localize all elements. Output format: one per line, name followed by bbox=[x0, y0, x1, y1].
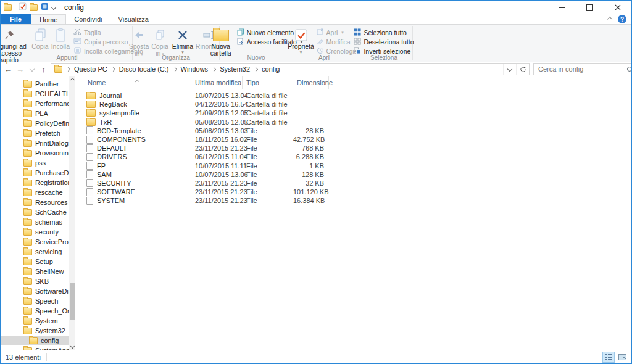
item-name: systemprofile bbox=[99, 109, 139, 117]
sidebar-folder-item[interactable]: Registration bbox=[1, 178, 75, 188]
file-menu-button[interactable]: File bbox=[1, 14, 31, 24]
sidebar-folder-item[interactable]: Speech bbox=[1, 296, 75, 306]
sidebar-folder-item[interactable]: System bbox=[1, 316, 75, 326]
sidebar-folder-item[interactable]: pss bbox=[1, 158, 75, 168]
file-row[interactable]: SYSTEM 23/11/2015 21.23 File 16.384 KB bbox=[84, 196, 631, 205]
select-all-button[interactable]: Seleziona tutto bbox=[351, 28, 416, 37]
item-modified: 06/12/2015 11.04 bbox=[191, 153, 243, 160]
sidebar-folder-item[interactable]: Speech_OneCore bbox=[1, 306, 75, 316]
thumbnails-view-button[interactable] bbox=[616, 352, 628, 363]
details-view-button[interactable] bbox=[602, 352, 615, 363]
sidebar-folder-item[interactable]: Panther bbox=[1, 79, 75, 89]
recent-locations-button[interactable] bbox=[26, 63, 38, 75]
file-row[interactable]: BCD-Template 05/08/2015 13.03 File 28 KB bbox=[84, 126, 631, 135]
sidebar-folder-item[interactable]: PolicyDefinitions bbox=[1, 118, 75, 128]
search-box bbox=[533, 63, 632, 75]
item-modified: 18/11/2015 16.02 bbox=[191, 136, 243, 143]
tab-visualizza[interactable]: Visualizza bbox=[110, 14, 157, 24]
sidebar-folder-item[interactable]: Provisioning bbox=[1, 148, 75, 158]
sidebar-folder-item[interactable]: SKB bbox=[1, 276, 75, 286]
address-box[interactable]: Questo PC Disco locale (C:) Windows Syst… bbox=[51, 63, 530, 75]
quick-access-toolbar bbox=[4, 2, 59, 13]
file-row[interactable]: SECURITY 23/11/2015 21.23 File 32 KB bbox=[84, 179, 631, 188]
file-row[interactable]: systemprofile 21/09/2015 12.05 Cartella … bbox=[84, 109, 631, 117]
sidebar-folder-item[interactable]: Setup bbox=[1, 257, 75, 267]
sidebar-folder-item[interactable]: ServiceProfiles bbox=[1, 237, 75, 247]
ribbon: Aggiungi ad Accesso rapido Copia Incolla… bbox=[1, 24, 631, 62]
item-name: SOFTWARE bbox=[97, 188, 135, 196]
column-header-name[interactable]: Nome bbox=[84, 76, 191, 89]
help-icon[interactable]: ? bbox=[618, 15, 626, 23]
file-row[interactable]: SAM 10/07/2015 13.06 File 128 KB bbox=[84, 170, 631, 179]
up-button[interactable]: ↑ bbox=[38, 63, 49, 75]
sidebar-folder-item[interactable]: SystemApps bbox=[1, 345, 75, 350]
breadcrumb-segment[interactable]: Windows bbox=[181, 65, 209, 73]
breadcrumb-segment[interactable]: Disco locale (C:) bbox=[119, 65, 169, 73]
copy-button[interactable]: Copia bbox=[30, 26, 49, 50]
copy-to-button[interactable]: Copia in bbox=[149, 26, 170, 57]
refresh-button[interactable] bbox=[516, 64, 529, 75]
tree-scrollbar[interactable] bbox=[69, 76, 75, 350]
sidebar-folder-item[interactable]: Resources bbox=[1, 197, 75, 207]
customize-toolbar-chevron-icon[interactable] bbox=[51, 5, 56, 10]
sidebar-folder-item[interactable]: servicing bbox=[1, 247, 75, 257]
sidebar-folder-item[interactable]: ShellNew bbox=[1, 267, 75, 276]
address-dropdown-button[interactable] bbox=[503, 64, 516, 75]
column-header-type[interactable]: Tipo bbox=[243, 76, 293, 89]
sidebar-folder-item[interactable]: System32 bbox=[1, 326, 75, 336]
properties-quick-icon[interactable] bbox=[19, 2, 27, 13]
collapse-ribbon-icon[interactable] bbox=[607, 17, 612, 22]
breadcrumb-separator-icon bbox=[212, 67, 216, 71]
file-row[interactable]: COMPONENTS 18/11/2015 16.02 File 42.752 … bbox=[84, 135, 631, 144]
file-row[interactable]: TxR 05/08/2015 12.05 Cartella di file bbox=[84, 118, 631, 126]
paste-button[interactable]: Incolla bbox=[50, 26, 71, 50]
folder-icon bbox=[23, 120, 32, 127]
sidebar-folder-item[interactable]: SoftwareDistribution bbox=[1, 286, 75, 296]
column-header-modified[interactable]: Ultima modifica bbox=[191, 76, 243, 89]
sidebar-folder-item[interactable]: rescache bbox=[1, 188, 75, 197]
delete-button[interactable]: Elimina ▾ bbox=[170, 26, 195, 54]
sidebar-folder-item[interactable]: PurchaseDialog bbox=[1, 168, 75, 178]
scroll-up-button[interactable] bbox=[69, 76, 75, 83]
system-quick-icon[interactable] bbox=[41, 2, 49, 13]
maximize-button[interactable] bbox=[576, 1, 604, 14]
sidebar-folder-item[interactable]: Performance bbox=[1, 99, 75, 109]
sidebar-folder-item[interactable]: schemas bbox=[1, 217, 75, 227]
sidebar-folder-item[interactable]: SchCache bbox=[1, 207, 75, 217]
deselect-all-button[interactable]: Deseleziona tutto bbox=[351, 37, 416, 46]
sidebar-folder-item[interactable]: security bbox=[1, 227, 75, 237]
new-folder-quick-icon[interactable] bbox=[30, 4, 38, 11]
forward-button[interactable]: → bbox=[14, 63, 26, 75]
new-folder-button[interactable]: Nuova cartella bbox=[207, 26, 235, 57]
file-row[interactable]: DRIVERS 06/12/2015 11.04 File 6.288 KB bbox=[84, 152, 631, 161]
sidebar-folder-item[interactable]: Prefetch bbox=[1, 128, 75, 138]
sidebar-folder-item[interactable]: config bbox=[1, 336, 75, 345]
close-button[interactable] bbox=[604, 1, 631, 14]
file-row[interactable]: FP 10/07/2015 11.11 File 1 KB bbox=[84, 162, 631, 170]
scrollbar-thumb[interactable] bbox=[70, 283, 75, 320]
scroll-down-button[interactable] bbox=[69, 342, 75, 350]
file-row[interactable]: SOFTWARE 23/11/2015 21.23 File 101.120 K… bbox=[84, 188, 631, 196]
file-row[interactable]: DEFAULT 23/11/2015 21.23 File 768 KB bbox=[84, 144, 631, 152]
group-label-organize: Organizza bbox=[133, 54, 219, 61]
file-row[interactable]: RegBack 04/12/2015 16.54 Cartella di fil… bbox=[84, 100, 631, 109]
breadcrumb-segment[interactable]: System32 bbox=[220, 65, 250, 73]
move-to-button[interactable]: Sposta in bbox=[128, 26, 149, 57]
properties-button[interactable]: Proprietà ▾ bbox=[288, 26, 314, 54]
file-row[interactable]: Journal 10/07/2015 13.04 Cartella di fil… bbox=[84, 91, 631, 100]
back-button[interactable]: ← bbox=[2, 63, 14, 75]
folder-icon bbox=[23, 110, 32, 117]
tab-condividi[interactable]: Condividi bbox=[66, 14, 110, 24]
search-input[interactable] bbox=[537, 65, 627, 73]
sidebar-folder-item[interactable]: PrintDialog bbox=[1, 138, 75, 148]
tab-home[interactable]: Home bbox=[31, 14, 66, 24]
sidebar-folder-item[interactable]: PCHEALTH bbox=[1, 89, 75, 99]
breadcrumb-segment[interactable]: Questo PC bbox=[74, 65, 107, 73]
minimize-button[interactable] bbox=[548, 1, 576, 14]
folder-icon bbox=[23, 170, 32, 176]
breadcrumb-segment[interactable]: config bbox=[262, 65, 280, 73]
item-type: Cartella di file bbox=[243, 101, 293, 108]
folder-name: System bbox=[35, 317, 58, 325]
sidebar-folder-item[interactable]: PLA bbox=[1, 109, 75, 118]
column-header-size[interactable]: Dimensione bbox=[293, 76, 329, 89]
